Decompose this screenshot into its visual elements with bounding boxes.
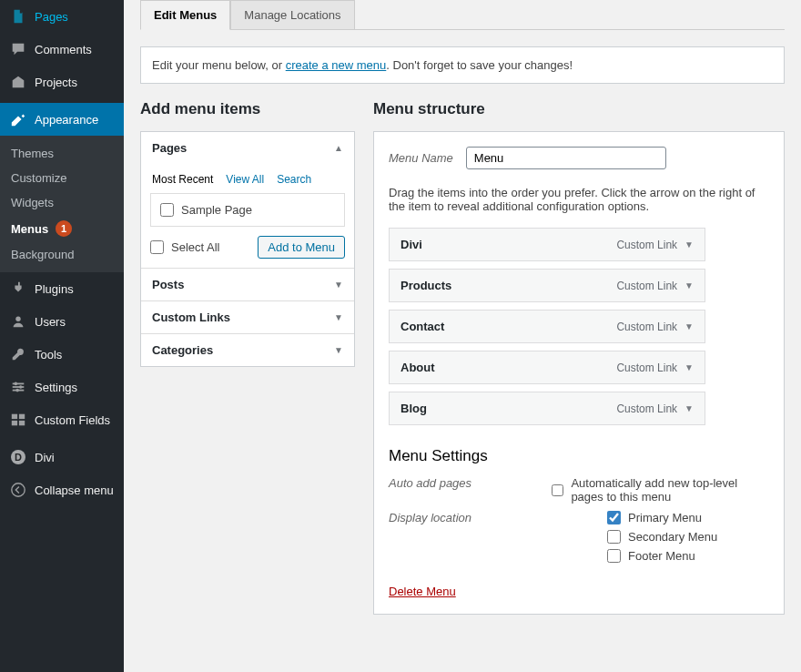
svg-rect-10 — [19, 421, 25, 425]
menu-name-label: Menu Name — [389, 151, 453, 165]
sidebar-item-settings[interactable]: Settings — [0, 371, 124, 403]
subtab-view-all[interactable]: View All — [226, 173, 264, 186]
acc-pages-body: Most Recent View All Search Sample Page … — [141, 164, 354, 268]
sidebar-label: Collapse menu — [35, 484, 114, 497]
sidebar-label: Plugins — [35, 282, 74, 296]
plugins-icon — [9, 280, 27, 298]
svg-rect-8 — [19, 414, 25, 419]
display-location-label: Display location — [389, 511, 607, 563]
auto-add-label: Auto add pages — [389, 476, 552, 504]
menu-items-list: Divi Custom Link▼ Products Custom Link▼ … — [389, 228, 769, 425]
page-checkbox-sample[interactable] — [160, 203, 174, 217]
caret-up-icon: ▲ — [334, 143, 343, 153]
expand-icon[interactable]: ▼ — [684, 403, 694, 413]
tools-icon — [9, 345, 27, 363]
menu-item-bar[interactable]: Divi Custom Link▼ — [389, 228, 705, 261]
menu-item-bar[interactable]: About Custom Link▼ — [389, 351, 705, 384]
submenu-background[interactable]: Background — [0, 242, 124, 267]
caret-down-icon: ▼ — [334, 312, 343, 322]
page-label: Sample Page — [181, 203, 252, 217]
nav-tabs: Edit Menus Manage Locations — [140, 0, 785, 30]
sidebar-item-plugins[interactable]: Plugins — [0, 272, 124, 305]
submenu-themes[interactable]: Themes — [0, 141, 124, 166]
expand-icon[interactable]: ▼ — [684, 362, 694, 372]
svg-rect-9 — [12, 421, 17, 425]
acc-categories-header[interactable]: Categories▼ — [141, 333, 354, 366]
menu-item-bar[interactable]: Contact Custom Link▼ — [389, 310, 705, 343]
acc-custom-links-header[interactable]: Custom Links▼ — [141, 300, 354, 333]
sidebar-item-projects[interactable]: Projects — [0, 66, 124, 98]
sidebar-label: Users — [35, 315, 66, 329]
subtab-recent[interactable]: Most Recent — [152, 173, 213, 186]
structure-title: Menu structure — [373, 100, 785, 118]
add-items-title: Add menu items — [140, 100, 355, 118]
location-footer-checkbox[interactable] — [607, 549, 621, 563]
sidebar-label: Settings — [35, 381, 77, 394]
select-all-checkbox[interactable] — [150, 240, 164, 254]
expand-icon[interactable]: ▼ — [684, 280, 694, 290]
sidebar-item-appearance[interactable]: Appearance — [0, 103, 124, 136]
select-all-label: Select All — [171, 240, 219, 254]
sidebar-item-comments[interactable]: Comments — [0, 33, 124, 66]
divi-icon: D — [9, 448, 27, 466]
settings-icon — [9, 378, 27, 396]
tab-edit-menus[interactable]: Edit Menus — [140, 0, 230, 30]
acc-pages-header[interactable]: Pages▲ — [141, 132, 354, 164]
collapse-icon — [9, 481, 27, 499]
sidebar-item-pages[interactable]: Pages — [0, 0, 124, 33]
acc-posts-header[interactable]: Posts▼ — [141, 268, 354, 300]
sidebar-item-collapse[interactable]: Collapse menu — [0, 473, 124, 506]
sidebar-label: Custom Fields — [35, 413, 110, 427]
comments-icon — [9, 40, 27, 58]
location-secondary-checkbox[interactable] — [607, 530, 621, 544]
svg-point-11 — [12, 484, 25, 496]
projects-icon — [9, 73, 27, 91]
add-items-accordion: Pages▲ Most Recent View All Search Sampl… — [140, 131, 355, 367]
location-primary-checkbox[interactable] — [607, 511, 621, 524]
menus-badge: 1 — [56, 220, 72, 237]
sidebar-label: Tools — [35, 348, 62, 361]
menu-structure-panel: Menu Name Drag the items into the order … — [373, 131, 785, 615]
create-menu-link[interactable]: create a new menu — [286, 58, 387, 72]
submenu-widgets[interactable]: Widgets — [0, 190, 124, 215]
svg-point-4 — [15, 382, 18, 386]
sidebar-label: Comments — [35, 43, 92, 56]
sidebar-item-users[interactable]: Users — [0, 305, 124, 338]
sidebar-item-divi[interactable]: D Divi — [0, 441, 124, 473]
sidebar-label: Projects — [35, 76, 77, 89]
svg-point-6 — [15, 389, 19, 392]
tab-manage-locations[interactable]: Manage Locations — [230, 0, 354, 29]
svg-point-5 — [19, 385, 23, 389]
caret-down-icon: ▼ — [334, 345, 343, 355]
delete-menu-link[interactable]: Delete Menu — [389, 585, 456, 598]
svg-rect-7 — [12, 414, 17, 419]
menu-settings-title: Menu Settings — [389, 447, 769, 465]
drag-instruction: Drag the items into the order you prefer… — [389, 186, 769, 213]
expand-icon[interactable]: ▼ — [684, 239, 694, 249]
appearance-icon — [9, 110, 27, 128]
menu-name-input[interactable] — [466, 147, 666, 169]
sidebar-label: Divi — [35, 451, 55, 464]
auto-add-checkbox[interactable] — [552, 484, 563, 497]
submenu-customize[interactable]: Customize — [0, 166, 124, 190]
caret-down-icon: ▼ — [334, 280, 343, 290]
custom-fields-icon — [9, 411, 27, 429]
appearance-submenu: Themes Customize Widgets Menus1 Backgrou… — [0, 136, 124, 272]
notice: Edit your menu below, or create a new me… — [140, 46, 785, 84]
svg-point-0 — [15, 317, 20, 321]
subtab-search[interactable]: Search — [277, 173, 311, 186]
sidebar-label: Appearance — [35, 113, 98, 127]
menu-item-bar[interactable]: Products Custom Link▼ — [389, 269, 705, 302]
sidebar-item-tools[interactable]: Tools — [0, 338, 124, 371]
expand-icon[interactable]: ▼ — [684, 321, 694, 331]
users-icon — [9, 312, 27, 331]
sidebar-item-custom-fields[interactable]: Custom Fields — [0, 403, 124, 436]
sidebar-label: Pages — [35, 10, 68, 24]
submenu-menus[interactable]: Menus1 — [0, 215, 124, 242]
menu-item-bar[interactable]: Blog Custom Link▼ — [389, 392, 705, 425]
pages-icon — [9, 7, 27, 25]
add-to-menu-button[interactable]: Add to Menu — [258, 236, 345, 259]
